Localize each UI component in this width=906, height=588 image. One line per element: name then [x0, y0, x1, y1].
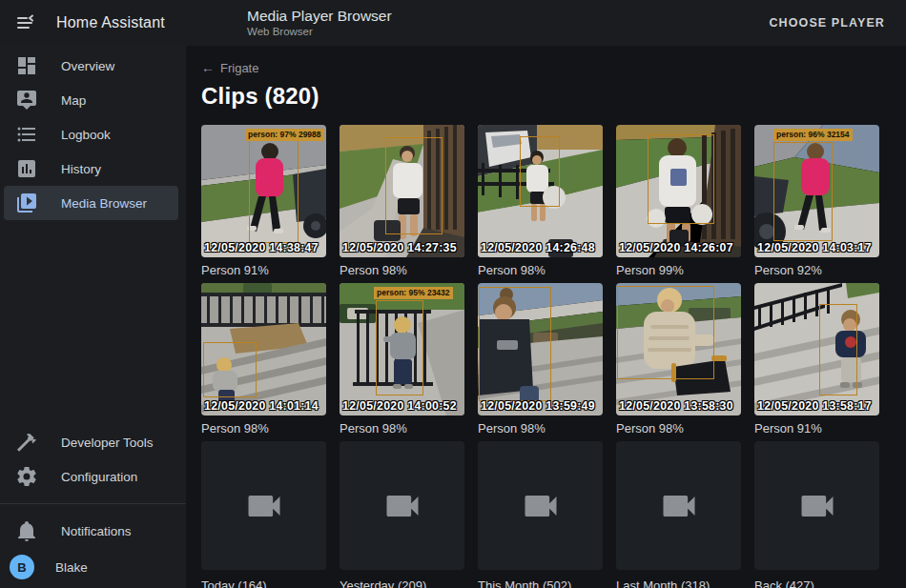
- folder-tile: [478, 441, 603, 570]
- clip-card[interactable]: 12/05/2020 14:27:35Person 98%: [340, 125, 464, 277]
- clip-caption: Person 92%: [754, 263, 879, 277]
- clips-grid: person: 97% 2998812/05/2020 14:38:47Pers…: [201, 125, 906, 588]
- clip-caption: Person 98%: [478, 263, 603, 277]
- app-window: Home Assistant Media Player Browser Web …: [0, 0, 906, 588]
- detection-bounding-box: [479, 287, 551, 401]
- clip-timestamp: 12/05/2020 13:59:49: [481, 399, 595, 413]
- clip-card[interactable]: 12/05/2020 13:58:30Person 98%: [616, 283, 741, 436]
- detection-label: person: 96% 32154: [773, 129, 853, 141]
- clip-timestamp: 12/05/2020 14:01:14: [204, 399, 319, 413]
- clip-timestamp: 12/05/2020 14:00:52: [342, 399, 457, 413]
- video-camera-icon: [658, 485, 700, 527]
- clip-card[interactable]: person: 95% 2343212/05/2020 14:00:52Pers…: [340, 283, 464, 436]
- sidebar-item-notifications[interactable]: Notifications: [4, 514, 178, 548]
- clip-caption: Person 98%: [340, 263, 464, 277]
- clip-timestamp: 12/05/2020 14:38:47: [204, 241, 319, 254]
- clip-caption: Person 91%: [754, 421, 879, 436]
- sidebar-item-history[interactable]: History: [4, 152, 178, 186]
- history-icon: [15, 157, 38, 180]
- clip-timestamp: 12/05/2020 13:58:30: [619, 399, 733, 413]
- clip-thumbnail: 12/05/2020 14:26:48: [478, 125, 603, 257]
- clip-thumbnail: person: 97% 2998812/05/2020 14:38:47: [201, 125, 326, 257]
- clip-thumbnail: person: 95% 2343212/05/2020 14:00:52: [340, 283, 464, 416]
- clip-photo-art: [754, 283, 879, 416]
- folder-caption: Last Month (318): [616, 578, 741, 588]
- sidebar-item-profile[interactable]: B Blake: [0, 548, 186, 586]
- clip-thumbnail: person: 96% 3215412/05/2020 14:03:17: [754, 125, 879, 257]
- detection-bounding-box: [648, 134, 714, 224]
- sidebar-item-developer-tools[interactable]: Developer Tools: [4, 425, 178, 459]
- folder-tile: [201, 441, 326, 570]
- detection-bounding-box: [249, 138, 299, 243]
- clip-caption: Person 98%: [478, 421, 603, 436]
- clip-caption: Person 98%: [340, 421, 464, 436]
- video-camera-icon: [520, 485, 562, 527]
- clip-card[interactable]: 12/05/2020 13:58:17Person 91%: [754, 283, 879, 436]
- clip-thumbnail: 12/05/2020 13:58:17: [754, 283, 879, 416]
- sidebar-item-configuration[interactable]: Configuration: [4, 459, 178, 494]
- page-title: Media Player Browser: [247, 8, 392, 25]
- bell-icon: [15, 519, 38, 542]
- folder-card[interactable]: Back (427): [754, 441, 879, 588]
- sidebar-item-map[interactable]: Map: [4, 83, 178, 117]
- app-title: Home Assistant: [56, 14, 165, 31]
- choose-player-button[interactable]: CHOOSE PLAYER: [769, 16, 885, 30]
- clip-timestamp: 12/05/2020 14:26:07: [619, 241, 733, 254]
- sidebar-divider: [0, 503, 186, 504]
- detection-label: person: 97% 29988: [245, 129, 324, 141]
- clip-card[interactable]: 12/05/2020 13:59:49Person 98%: [478, 283, 603, 436]
- detection-bounding-box: [617, 286, 714, 379]
- page-title-block: Media Player Browser Web Browser: [247, 8, 392, 38]
- detection-bounding-box: [520, 136, 560, 207]
- clip-card[interactable]: 12/05/2020 14:01:14Person 98%: [201, 283, 326, 436]
- clip-card[interactable]: 12/05/2020 14:26:07Person 99%: [616, 125, 741, 277]
- logbook-icon: [15, 123, 38, 146]
- clip-card[interactable]: person: 96% 3215412/05/2020 14:03:17Pers…: [754, 125, 879, 277]
- sidebar-toggle-icon[interactable]: [14, 11, 37, 34]
- hammer-icon: [15, 431, 38, 454]
- folder-tile: [340, 441, 464, 570]
- top-app-bar: Home Assistant Media Player Browser Web …: [0, 0, 906, 46]
- detection-bounding-box: [376, 300, 423, 395]
- detection-label: person: 95% 23432: [374, 287, 453, 299]
- folder-card[interactable]: Yesterday (209): [340, 441, 464, 588]
- sidebar: Overview Map Logbook History: [0, 46, 186, 588]
- clip-caption: Person 98%: [616, 421, 741, 436]
- folder-caption: Today (164): [201, 578, 326, 588]
- clip-caption: Person 91%: [201, 263, 326, 277]
- clip-caption: Person 99%: [616, 263, 741, 277]
- clip-card[interactable]: person: 97% 2998812/05/2020 14:38:47Pers…: [201, 125, 326, 277]
- sidebar-item-label: Configuration: [61, 470, 137, 484]
- clip-card[interactable]: 12/05/2020 14:26:48Person 98%: [478, 125, 603, 277]
- gear-icon: [15, 465, 38, 488]
- clip-timestamp: 12/05/2020 14:03:17: [757, 241, 872, 254]
- clip-timestamp: 12/05/2020 13:58:17: [757, 399, 872, 413]
- sidebar-item-label: Notifications: [61, 524, 132, 538]
- sidebar-item-overview[interactable]: Overview: [4, 49, 178, 83]
- clip-timestamp: 12/05/2020 14:26:48: [481, 241, 595, 254]
- sidebar-item-label: History: [61, 162, 101, 176]
- video-camera-icon: [243, 485, 285, 527]
- media-browser-icon: [15, 192, 38, 214]
- clip-timestamp: 12/05/2020 14:27:35: [342, 241, 457, 254]
- sidebar-item-label: Map: [61, 93, 86, 108]
- video-camera-icon: [381, 485, 423, 527]
- clip-thumbnail: 12/05/2020 14:26:07: [616, 125, 741, 257]
- folder-card[interactable]: This Month (502): [478, 441, 603, 588]
- folder-tile: [616, 441, 741, 570]
- sidebar-item-logbook[interactable]: Logbook: [4, 117, 178, 152]
- clip-thumbnail: 12/05/2020 13:58:30: [616, 283, 741, 416]
- clip-caption: Person 98%: [201, 421, 326, 436]
- sidebar-item-media-browser[interactable]: Media Browser: [4, 186, 178, 220]
- avatar: B: [10, 555, 34, 579]
- back-arrow-icon: ←: [201, 60, 215, 75]
- page-heading: Clips (820): [201, 83, 906, 110]
- breadcrumb-label: Frigate: [220, 61, 258, 75]
- breadcrumb-back-frigate[interactable]: ← Frigate: [201, 60, 258, 75]
- folder-card[interactable]: Last Month (318): [616, 441, 741, 588]
- clip-thumbnail: 12/05/2020 14:01:14: [201, 283, 326, 416]
- sidebar-item-label: Media Browser: [61, 196, 147, 211]
- folder-caption: Yesterday (209): [340, 578, 464, 588]
- sidebar-header: Home Assistant: [0, 11, 186, 34]
- folder-card[interactable]: Today (164): [201, 441, 326, 588]
